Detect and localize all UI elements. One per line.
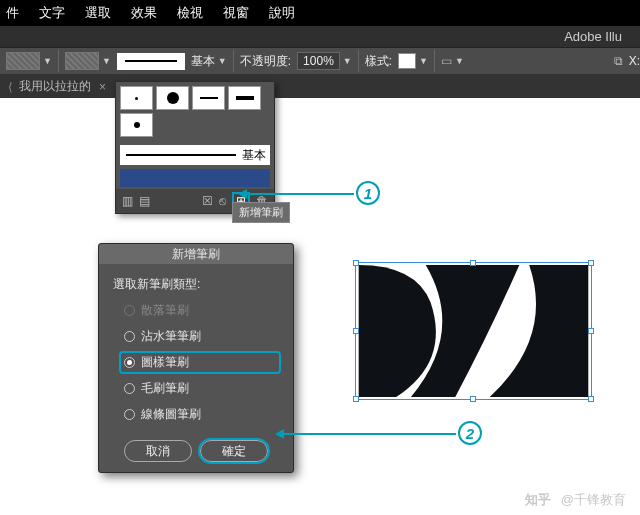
- radio-art-brush[interactable]: 線條圖筆刷: [121, 405, 279, 424]
- menu-item[interactable]: 檢視: [177, 4, 203, 22]
- align-icon[interactable]: ▭: [441, 54, 452, 68]
- opacity-label: 不透明度:: [240, 53, 291, 70]
- radio-scatter-brush[interactable]: 散落筆刷: [121, 301, 279, 320]
- separator: [58, 50, 59, 72]
- annotation-arrowhead-icon: [275, 429, 284, 439]
- brush-swatch-grid: [116, 82, 274, 141]
- selection-handle[interactable]: [588, 328, 594, 334]
- watermark: 知乎 @千锋教育: [525, 491, 626, 509]
- dialog-title: 新增筆刷: [99, 244, 293, 264]
- menu-item[interactable]: 效果: [131, 4, 157, 22]
- selection-handle[interactable]: [353, 260, 359, 266]
- app-title-strip: Adobe Illu: [0, 26, 640, 48]
- annotation-step-1: 1: [356, 181, 380, 205]
- separator: [358, 50, 359, 72]
- ok-button[interactable]: 確定: [200, 440, 268, 462]
- brush-swatch[interactable]: [120, 86, 153, 110]
- watermark-author: @千锋教育: [561, 492, 626, 507]
- chevron-down-icon[interactable]: ▼: [218, 56, 227, 66]
- mac-menu-bar: 件 文字 選取 效果 檢視 視窗 說明: [0, 0, 640, 26]
- selection-handle[interactable]: [470, 396, 476, 402]
- annotation-arrow: [281, 433, 456, 435]
- tab-close-icon[interactable]: ⟨: [8, 80, 13, 94]
- annotation-step-2: 2: [458, 421, 482, 445]
- radio-pattern-brush[interactable]: 圖樣筆刷: [121, 353, 279, 372]
- selection-handle[interactable]: [588, 260, 594, 266]
- brush-basic-label: 基本: [242, 147, 266, 164]
- document-tab[interactable]: 我用以拉拉的: [19, 78, 91, 95]
- selection-handle[interactable]: [588, 396, 594, 402]
- app-title: Adobe Illu: [564, 29, 622, 44]
- x-label: X:: [629, 54, 640, 68]
- annotation-arrow: [244, 193, 354, 195]
- dialog-select-label: 選取新筆刷類型:: [113, 276, 279, 293]
- radio-calligraphic-brush[interactable]: 沾水筆筆刷: [121, 327, 279, 346]
- tab-close-icon[interactable]: ×: [99, 80, 106, 94]
- break-link-icon[interactable]: ⎋: [219, 194, 226, 208]
- cancel-button[interactable]: 取消: [124, 440, 192, 462]
- opacity-value[interactable]: 100%: [297, 52, 340, 70]
- chevron-down-icon[interactable]: ▼: [102, 56, 111, 66]
- brush-swatch[interactable]: [120, 113, 153, 137]
- brush-swatch[interactable]: [156, 86, 189, 110]
- separator: [434, 50, 435, 72]
- document-tab-bar: ⟨ 我用以拉拉的 ×: [0, 75, 640, 98]
- new-brush-dialog: 新增筆刷 選取新筆刷類型: 散落筆刷 沾水筆筆刷 圖樣筆刷 毛刷筆刷 線條圖筆刷…: [98, 243, 294, 473]
- style-label: 樣式:: [365, 53, 392, 70]
- menu-item[interactable]: 文字: [39, 4, 65, 22]
- brush-thumbnail-row[interactable]: [120, 169, 270, 187]
- menu-item[interactable]: 視窗: [223, 4, 249, 22]
- new-brush-tooltip: 新增筆刷: [232, 202, 290, 223]
- separator: [233, 50, 234, 72]
- brush-swatch[interactable]: [228, 86, 261, 110]
- style-swatch[interactable]: [398, 53, 416, 69]
- annotation-arrowhead-icon: [238, 189, 247, 199]
- brush-lib-menu-icon[interactable]: ▤: [139, 194, 150, 208]
- transform-icon[interactable]: ⧉: [614, 54, 623, 68]
- options-bar: ▼ ▼ 基本 ▼ 不透明度: 100% ▼ 樣式: ▼ ▭ ▼ ⧉ X:: [0, 48, 640, 75]
- chevron-down-icon[interactable]: ▼: [419, 56, 428, 66]
- brush-basic-label: 基本: [191, 53, 215, 70]
- menu-item[interactable]: 件: [6, 4, 19, 22]
- chevron-down-icon[interactable]: ▼: [455, 56, 464, 66]
- brush-type-radio-group: 散落筆刷 沾水筆筆刷 圖樣筆刷 毛刷筆刷 線條圖筆刷: [113, 301, 279, 424]
- selection-handle[interactable]: [353, 328, 359, 334]
- menu-item[interactable]: 說明: [269, 4, 295, 22]
- radio-bristle-brush[interactable]: 毛刷筆刷: [121, 379, 279, 398]
- chevron-down-icon[interactable]: ▼: [43, 56, 52, 66]
- fill-swatch[interactable]: [6, 52, 40, 70]
- stroke-swatch[interactable]: [65, 52, 99, 70]
- selection-handle[interactable]: [353, 396, 359, 402]
- brush-basic-row[interactable]: 基本: [120, 145, 270, 165]
- selected-artwork[interactable]: [355, 262, 592, 400]
- watermark-brand: 知乎: [525, 492, 551, 507]
- chevron-down-icon[interactable]: ▼: [343, 56, 352, 66]
- selection-handle[interactable]: [470, 260, 476, 266]
- menu-item[interactable]: 選取: [85, 4, 111, 22]
- brush-swatch[interactable]: [192, 86, 225, 110]
- artwork-shape: [356, 263, 591, 399]
- brush-lib-icon[interactable]: ▥: [122, 194, 133, 208]
- brush-preview[interactable]: [117, 53, 185, 70]
- brush-options-icon[interactable]: ☒: [202, 194, 213, 208]
